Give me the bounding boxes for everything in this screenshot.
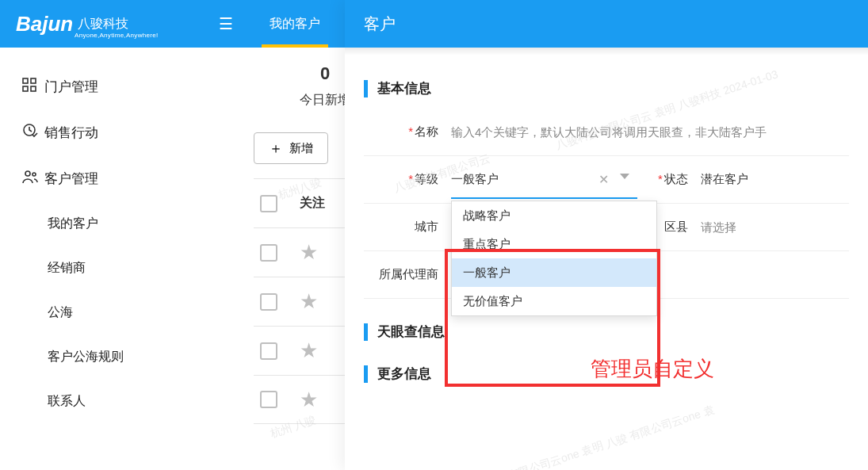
level-selected-value: 一般客户 [451, 172, 499, 187]
sidebar-item-portal[interactable]: 门户管理 [0, 63, 206, 109]
sidebar-sub-public-sea[interactable]: 公海 [0, 290, 206, 334]
chevron-down-icon[interactable] [620, 174, 629, 179]
logo-sub: Anyone,Anytime,Anywhere! [75, 32, 158, 39]
field-level: *等级 一般客户 ✕ 战略客户 重点客户 一般客户 无价值客户 [364, 159, 645, 201]
sidebar-sub-label: 联系人 [48, 393, 86, 410]
sidebar-sub-label: 我的客户 [48, 216, 98, 232]
watermark: 有限公司云one 袁明 八骏 有限公司云one 袁 [507, 403, 717, 470]
grid-icon [22, 78, 44, 96]
sidebar: 门户管理 销售行动 客户管理 我的客户 经销商 公海 客户公海规则 联系人 [0, 48, 206, 470]
sidebar-sub-public-sea-rules[interactable]: 客户公海规则 [0, 334, 206, 379]
sidebar-sub-label: 客户公海规则 [48, 349, 124, 365]
level-select[interactable]: 一般客户 ✕ 战略客户 重点客户 一般客户 无价值客户 [451, 166, 645, 194]
customer-panel: 客户 八骏科技有限公司云 袁明 八骏科技 2024-01-03 八骏科技有限公司… [345, 0, 868, 470]
label-text: 城市 [415, 220, 438, 233]
sidebar-item-label: 销售行动 [44, 124, 98, 142]
select-all-checkbox[interactable] [260, 195, 277, 212]
county-select[interactable] [701, 220, 849, 234]
section-title-text: 天眼查信息 [377, 323, 445, 341]
svg-rect-1 [31, 78, 36, 83]
star-icon[interactable]: ★ [300, 289, 318, 314]
field-label: 城市 [364, 220, 451, 235]
field-label: *等级 [364, 172, 451, 187]
row-checkbox[interactable] [260, 342, 277, 360]
form-row-name: *名称 [364, 109, 849, 156]
sidebar-item-customers[interactable]: 客户管理 [0, 155, 206, 201]
panel-title: 客户 [364, 13, 396, 35]
name-input[interactable] [451, 125, 849, 139]
sidebar-sub-label: 公海 [48, 304, 73, 321]
level-option[interactable]: 无价值客户 [452, 287, 656, 315]
top-tab-my-customers[interactable]: 我的客户 [246, 0, 344, 48]
field-county: 区县 [645, 213, 849, 241]
star-icon[interactable]: ★ [300, 338, 318, 363]
plus-icon: ＋ [269, 133, 283, 163]
status-selected-value: 潜在客户 [701, 172, 748, 187]
field-name: *名称 [364, 118, 849, 146]
menu-toggle-icon[interactable]: ☰ [206, 14, 246, 33]
level-option[interactable]: 一般客户 [452, 258, 656, 287]
label-text: 所属代理商 [379, 267, 438, 281]
panel-body: 八骏科技有限公司云 袁明 八骏科技 2024-01-03 八骏科技有限公司云 有… [345, 79, 868, 383]
row-checkbox[interactable] [260, 391, 277, 408]
label-text: 状态 [664, 172, 688, 185]
label-text: 名称 [415, 124, 438, 138]
field-label: *状态 [645, 172, 701, 187]
sidebar-sub-contacts[interactable]: 联系人 [0, 379, 206, 423]
sidebar-item-sales-action[interactable]: 销售行动 [0, 109, 206, 155]
row-checkbox[interactable] [260, 244, 277, 262]
column-follow: 关注 [300, 195, 325, 212]
section-title-text: 基本信息 [377, 79, 431, 97]
sidebar-item-label: 客户管理 [44, 170, 98, 188]
clear-icon[interactable]: ✕ [598, 172, 609, 187]
section-title-text: 更多信息 [377, 365, 431, 383]
label-text: 等级 [415, 172, 438, 185]
panel-header: 客户 [345, 0, 868, 48]
top-tab-label: 我的客户 [270, 16, 320, 32]
section-tianyancha: 天眼查信息 [364, 323, 849, 341]
level-option[interactable]: 重点客户 [452, 230, 656, 258]
add-button-label: 新增 [289, 133, 313, 163]
svg-rect-0 [23, 78, 28, 83]
clock-check-icon [22, 123, 44, 143]
county-input[interactable] [701, 220, 849, 234]
sidebar-item-label: 门户管理 [44, 78, 98, 96]
sidebar-sub-my-customers[interactable]: 我的客户 [0, 201, 206, 246]
logo: Bajun 八骏科技 Anyone,Anytime,Anywhere! [0, 0, 206, 48]
status-select[interactable]: 潜在客户 [701, 166, 849, 194]
form-row-level-status: *等级 一般客户 ✕ 战略客户 重点客户 一般客户 无价值客户 [364, 156, 849, 204]
section-basic-info: 基本信息 [364, 79, 849, 97]
label-text: 区县 [664, 220, 688, 233]
star-icon[interactable]: ★ [300, 240, 318, 265]
logo-text: Bajun [16, 12, 73, 36]
field-status: *状态 潜在客户 [645, 159, 849, 201]
svg-point-5 [25, 171, 30, 176]
row-checkbox[interactable] [260, 293, 277, 311]
star-icon[interactable]: ★ [300, 388, 318, 412]
level-dropdown: 战略客户 重点客户 一般客户 无价值客户 [451, 201, 657, 316]
svg-rect-2 [23, 86, 28, 91]
sidebar-sub-label: 经销商 [48, 260, 86, 277]
svg-rect-3 [31, 86, 36, 91]
sidebar-sub-dealers[interactable]: 经销商 [0, 246, 206, 290]
field-label: *名称 [364, 124, 451, 139]
level-option[interactable]: 战略客户 [452, 201, 656, 230]
svg-point-6 [33, 173, 36, 176]
field-label: 所属代理商 [364, 267, 451, 282]
add-button[interactable]: ＋ 新增 [254, 132, 328, 164]
users-icon [22, 169, 44, 189]
logo-cn: 八骏科技 [78, 16, 128, 32]
panel-shadow [345, 48, 868, 55]
section-more-info: 更多信息 [364, 365, 849, 383]
